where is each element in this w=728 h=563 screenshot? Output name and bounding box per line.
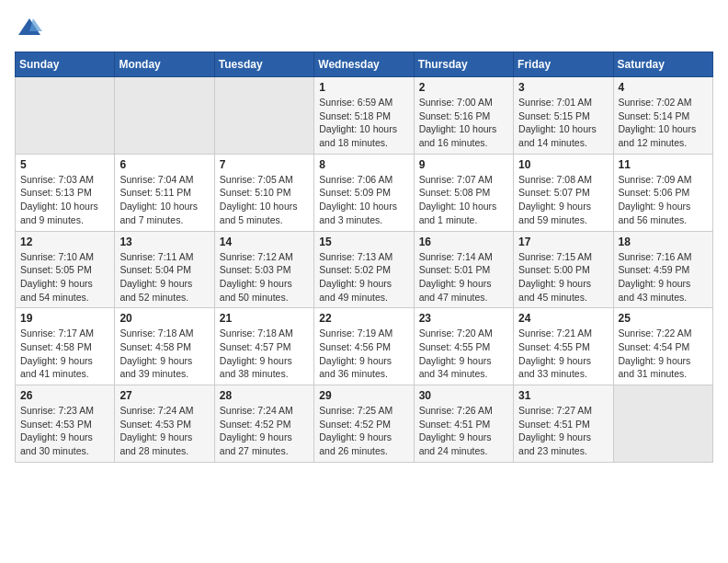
calendar-cell bbox=[214, 77, 313, 155]
day-info: Sunrise: 7:22 AM Sunset: 4:54 PM Dayligh… bbox=[619, 327, 708, 381]
day-info: Sunrise: 7:05 AM Sunset: 5:10 PM Dayligh… bbox=[220, 173, 309, 227]
day-number: 26 bbox=[20, 389, 109, 402]
day-info: Sunrise: 7:12 AM Sunset: 5:03 PM Dayligh… bbox=[220, 250, 309, 304]
calendar-cell: 9Sunrise: 7:07 AM Sunset: 5:08 PM Daylig… bbox=[414, 154, 513, 231]
calendar-cell: 3Sunrise: 7:01 AM Sunset: 5:15 PM Daylig… bbox=[514, 77, 613, 155]
day-number: 29 bbox=[319, 389, 408, 402]
calendar-cell: 18Sunrise: 7:16 AM Sunset: 4:59 PM Dayli… bbox=[613, 231, 712, 308]
day-info: Sunrise: 7:04 AM Sunset: 5:11 PM Dayligh… bbox=[119, 173, 209, 227]
weekday-header-thursday: Thursday bbox=[414, 52, 513, 77]
day-info: Sunrise: 7:24 AM Sunset: 4:52 PM Dayligh… bbox=[220, 404, 309, 458]
day-info: Sunrise: 7:10 AM Sunset: 5:05 PM Dayligh… bbox=[20, 250, 109, 304]
calendar-body: 1Sunrise: 6:59 AM Sunset: 5:18 PM Daylig… bbox=[16, 77, 713, 463]
calendar-cell: 4Sunrise: 7:02 AM Sunset: 5:14 PM Daylig… bbox=[613, 77, 712, 155]
day-number: 23 bbox=[419, 312, 508, 325]
calendar-cell: 31Sunrise: 7:27 AM Sunset: 4:51 PM Dayli… bbox=[514, 385, 613, 463]
calendar-cell: 30Sunrise: 7:26 AM Sunset: 4:51 PM Dayli… bbox=[414, 385, 513, 463]
day-info: Sunrise: 7:11 AM Sunset: 5:04 PM Dayligh… bbox=[119, 250, 209, 304]
weekday-header-sunday: Sunday bbox=[16, 52, 115, 77]
calendar-cell: 15Sunrise: 7:13 AM Sunset: 5:02 PM Dayli… bbox=[314, 231, 414, 308]
day-number: 1 bbox=[319, 81, 408, 94]
logo-icon bbox=[17, 15, 42, 40]
day-info: Sunrise: 7:18 AM Sunset: 4:57 PM Dayligh… bbox=[220, 327, 309, 381]
day-info: Sunrise: 7:08 AM Sunset: 5:07 PM Dayligh… bbox=[518, 173, 608, 227]
day-number: 13 bbox=[119, 236, 209, 248]
day-number: 10 bbox=[518, 158, 608, 171]
day-number: 15 bbox=[319, 236, 408, 248]
calendar-week-row: 12Sunrise: 7:10 AM Sunset: 5:05 PM Dayli… bbox=[16, 231, 713, 308]
day-number: 14 bbox=[220, 236, 309, 248]
calendar-cell: 22Sunrise: 7:19 AM Sunset: 4:56 PM Dayli… bbox=[314, 308, 414, 385]
calendar-cell: 24Sunrise: 7:21 AM Sunset: 4:55 PM Dayli… bbox=[514, 308, 613, 385]
day-info: Sunrise: 7:27 AM Sunset: 4:51 PM Dayligh… bbox=[518, 404, 608, 458]
day-number: 31 bbox=[518, 389, 608, 402]
calendar-cell: 29Sunrise: 7:25 AM Sunset: 4:52 PM Dayli… bbox=[314, 385, 414, 463]
day-number: 21 bbox=[220, 312, 309, 325]
day-info: Sunrise: 7:13 AM Sunset: 5:02 PM Dayligh… bbox=[319, 250, 408, 304]
logo bbox=[15, 15, 42, 40]
calendar-cell: 12Sunrise: 7:10 AM Sunset: 5:05 PM Dayli… bbox=[16, 231, 115, 308]
calendar-cell: 25Sunrise: 7:22 AM Sunset: 4:54 PM Dayli… bbox=[613, 308, 712, 385]
day-number: 7 bbox=[220, 158, 309, 171]
calendar-cell: 7Sunrise: 7:05 AM Sunset: 5:10 PM Daylig… bbox=[214, 154, 313, 231]
day-number: 25 bbox=[619, 312, 708, 325]
day-info: Sunrise: 7:21 AM Sunset: 4:55 PM Dayligh… bbox=[518, 327, 608, 381]
day-number: 24 bbox=[518, 312, 608, 325]
calendar-week-row: 1Sunrise: 6:59 AM Sunset: 5:18 PM Daylig… bbox=[16, 77, 713, 155]
day-number: 3 bbox=[518, 81, 608, 94]
day-number: 2 bbox=[419, 81, 508, 94]
day-info: Sunrise: 7:24 AM Sunset: 4:53 PM Dayligh… bbox=[119, 404, 209, 458]
day-info: Sunrise: 7:14 AM Sunset: 5:01 PM Dayligh… bbox=[419, 250, 508, 304]
day-number: 9 bbox=[419, 158, 508, 171]
day-number: 4 bbox=[619, 81, 708, 94]
calendar-week-row: 5Sunrise: 7:03 AM Sunset: 5:13 PM Daylig… bbox=[16, 154, 713, 231]
day-number: 6 bbox=[119, 158, 209, 171]
day-number: 12 bbox=[20, 236, 109, 248]
calendar-cell: 5Sunrise: 7:03 AM Sunset: 5:13 PM Daylig… bbox=[16, 154, 115, 231]
day-info: Sunrise: 7:15 AM Sunset: 5:00 PM Dayligh… bbox=[518, 250, 608, 304]
day-number: 8 bbox=[319, 158, 408, 171]
weekday-header-row: SundayMondayTuesdayWednesdayThursdayFrid… bbox=[16, 52, 713, 77]
day-info: Sunrise: 7:03 AM Sunset: 5:13 PM Dayligh… bbox=[20, 173, 109, 227]
day-info: Sunrise: 7:06 AM Sunset: 5:09 PM Dayligh… bbox=[319, 173, 408, 227]
day-info: Sunrise: 7:02 AM Sunset: 5:14 PM Dayligh… bbox=[619, 96, 708, 150]
calendar-cell: 16Sunrise: 7:14 AM Sunset: 5:01 PM Dayli… bbox=[414, 231, 513, 308]
calendar-cell bbox=[115, 77, 214, 155]
weekday-header-wednesday: Wednesday bbox=[314, 52, 414, 77]
day-info: Sunrise: 7:23 AM Sunset: 4:53 PM Dayligh… bbox=[20, 404, 109, 458]
calendar-week-row: 19Sunrise: 7:17 AM Sunset: 4:58 PM Dayli… bbox=[16, 308, 713, 385]
calendar-cell: 21Sunrise: 7:18 AM Sunset: 4:57 PM Dayli… bbox=[214, 308, 313, 385]
day-info: Sunrise: 6:59 AM Sunset: 5:18 PM Dayligh… bbox=[319, 96, 408, 150]
day-info: Sunrise: 7:19 AM Sunset: 4:56 PM Dayligh… bbox=[319, 327, 408, 381]
calendar-cell: 19Sunrise: 7:17 AM Sunset: 4:58 PM Dayli… bbox=[16, 308, 115, 385]
calendar-cell: 2Sunrise: 7:00 AM Sunset: 5:16 PM Daylig… bbox=[414, 77, 513, 155]
day-info: Sunrise: 7:20 AM Sunset: 4:55 PM Dayligh… bbox=[419, 327, 508, 381]
day-number: 30 bbox=[419, 389, 508, 402]
calendar-cell: 28Sunrise: 7:24 AM Sunset: 4:52 PM Dayli… bbox=[214, 385, 313, 463]
calendar-cell: 27Sunrise: 7:24 AM Sunset: 4:53 PM Dayli… bbox=[115, 385, 214, 463]
day-info: Sunrise: 7:25 AM Sunset: 4:52 PM Dayligh… bbox=[319, 404, 408, 458]
weekday-header-saturday: Saturday bbox=[613, 52, 712, 77]
calendar-cell: 17Sunrise: 7:15 AM Sunset: 5:00 PM Dayli… bbox=[514, 231, 613, 308]
calendar-cell bbox=[16, 77, 115, 155]
calendar-table: SundayMondayTuesdayWednesdayThursdayFrid… bbox=[15, 52, 713, 463]
calendar-cell: 14Sunrise: 7:12 AM Sunset: 5:03 PM Dayli… bbox=[214, 231, 313, 308]
day-info: Sunrise: 7:17 AM Sunset: 4:58 PM Dayligh… bbox=[20, 327, 109, 381]
day-info: Sunrise: 7:18 AM Sunset: 4:58 PM Dayligh… bbox=[119, 327, 209, 381]
day-number: 19 bbox=[20, 312, 109, 325]
day-number: 16 bbox=[419, 236, 508, 248]
day-number: 11 bbox=[619, 158, 708, 171]
weekday-header-friday: Friday bbox=[514, 52, 613, 77]
day-info: Sunrise: 7:00 AM Sunset: 5:16 PM Dayligh… bbox=[419, 96, 508, 150]
calendar-cell: 8Sunrise: 7:06 AM Sunset: 5:09 PM Daylig… bbox=[314, 154, 414, 231]
calendar-cell: 26Sunrise: 7:23 AM Sunset: 4:53 PM Dayli… bbox=[16, 385, 115, 463]
day-number: 22 bbox=[319, 312, 408, 325]
page-header bbox=[15, 15, 713, 40]
calendar-cell: 23Sunrise: 7:20 AM Sunset: 4:55 PM Dayli… bbox=[414, 308, 513, 385]
calendar-week-row: 26Sunrise: 7:23 AM Sunset: 4:53 PM Dayli… bbox=[16, 385, 713, 463]
day-number: 20 bbox=[119, 312, 209, 325]
day-info: Sunrise: 7:26 AM Sunset: 4:51 PM Dayligh… bbox=[419, 404, 508, 458]
calendar-cell: 6Sunrise: 7:04 AM Sunset: 5:11 PM Daylig… bbox=[115, 154, 214, 231]
calendar-cell bbox=[613, 385, 712, 463]
weekday-header-tuesday: Tuesday bbox=[214, 52, 313, 77]
